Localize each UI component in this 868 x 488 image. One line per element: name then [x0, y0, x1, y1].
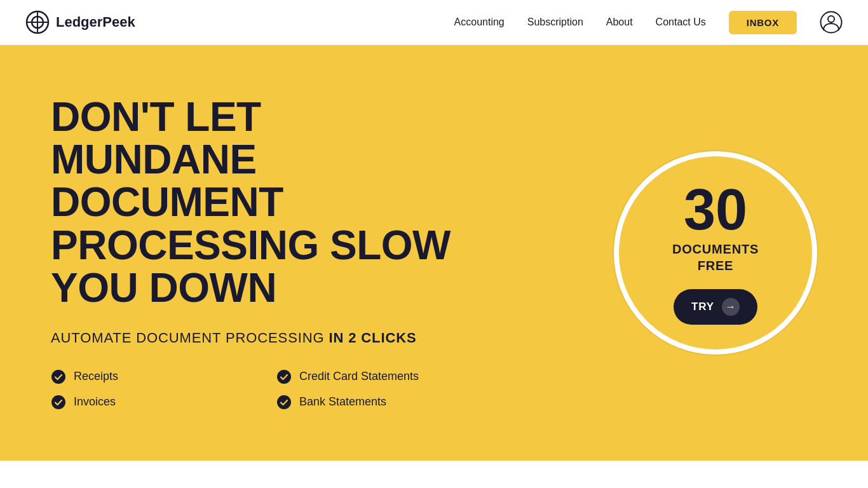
nav-subscription[interactable]: Subscription [527, 17, 583, 28]
brand-name: LedgerPeek [56, 14, 135, 30]
feature-bank-label: Bank Statements [299, 395, 386, 409]
brand: LedgerPeek [25, 10, 135, 34]
nav-about[interactable]: About [606, 17, 633, 28]
feature-bank-statements: Bank Statements [276, 395, 464, 410]
try-button-arrow-icon: → [722, 298, 740, 316]
feature-credit-card: Credit Card Statements [276, 369, 464, 384]
section-below: Join our growing list of satisfied custo… [0, 461, 868, 488]
feature-invoices: Invoices [51, 395, 238, 410]
feature-invoices-label: Invoices [74, 395, 116, 409]
svg-point-5 [828, 16, 834, 22]
feature-receipts: Receipts [51, 369, 238, 384]
hero-subheadline-prefix: AUTOMATE DOCUMENT PROCESSING [51, 330, 329, 346]
circle-number: 30 [684, 181, 747, 238]
logo-icon [25, 10, 50, 34]
check-icon-receipts [51, 369, 66, 384]
svg-point-8 [51, 395, 65, 409]
nav-links: Accounting Subscription About Contact Us… [454, 11, 843, 34]
try-button[interactable]: TRY → [674, 289, 757, 325]
user-profile-icon[interactable] [820, 11, 843, 34]
check-icon-bank [276, 395, 292, 410]
nav-accounting[interactable]: Accounting [454, 17, 505, 28]
check-icon-invoices [51, 395, 66, 410]
svg-point-6 [51, 370, 65, 384]
documents-free-circle: 30 DOCUMENTS FREE TRY → [614, 151, 817, 355]
hero-subheadline: AUTOMATE DOCUMENT PROCESSING IN 2 CLICKS [51, 330, 464, 346]
circle-label-line2: FREE [698, 259, 734, 273]
svg-point-7 [277, 370, 291, 384]
feature-receipts-label: Receipts [74, 370, 118, 383]
try-button-label: TRY [691, 301, 714, 313]
nav-contact-us[interactable]: Contact Us [656, 17, 706, 28]
check-icon-credit-card [276, 369, 292, 384]
hero-headline: DON'T LET MUNDANE DOCUMENT PROCESSING SL… [51, 96, 464, 309]
hero-right: 30 DOCUMENTS FREE TRY → [614, 151, 817, 355]
circle-label: DOCUMENTS FREE [672, 241, 759, 274]
navbar: LedgerPeek Accounting Subscription About… [0, 0, 868, 45]
svg-point-9 [277, 395, 291, 409]
circle-label-line1: DOCUMENTS [672, 242, 759, 256]
inbox-button[interactable]: INBOX [729, 11, 797, 34]
features-list: Receipts Credit Card Statements Invoices [51, 369, 464, 410]
hero-left: DON'T LET MUNDANE DOCUMENT PROCESSING SL… [51, 96, 464, 410]
hero-section: DON'T LET MUNDANE DOCUMENT PROCESSING SL… [0, 45, 868, 461]
hero-subheadline-strong: IN 2 CLICKS [329, 330, 416, 346]
feature-credit-card-label: Credit Card Statements [299, 370, 419, 383]
